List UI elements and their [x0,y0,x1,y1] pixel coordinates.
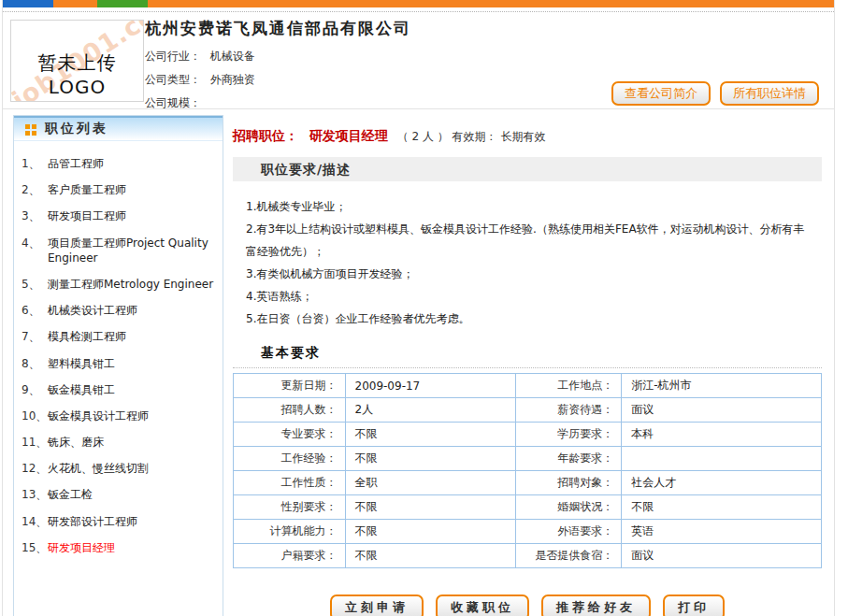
item-number: 7、 [22,329,48,344]
item-label: 钣金模具钳工 [48,382,217,397]
field-label: 计算机能力： [234,520,346,544]
item-label: 项目质量工程师Project Quality Engineer [48,236,217,265]
validity-label: 有效期： [453,130,497,143]
field-label: 专业要求： [234,423,346,447]
sidebar-item-3[interactable]: 3、研发项目工程师 [20,203,219,229]
field-value: 不限 [345,520,515,544]
company-logo-placeholder: job1001.com 暂未上传LOGO [10,20,144,102]
field-label: 工作地点： [515,374,621,398]
view-company-profile-button[interactable]: 查看公司简介 [611,81,711,106]
sidebar-item-13[interactable]: 13、钣金工检 [20,481,219,508]
item-label: 品管工程师 [48,156,217,171]
header-buttons: 查看公司简介 所有职位详情 [611,81,819,106]
top-color-bar [3,0,834,7]
page: job1001.com 暂未上传LOGO 杭州安费诺飞凤通信部品有限公司 公司行… [2,0,835,616]
requirements-section-title: 职位要求/描述 [233,157,822,181]
item-number: 4、 [22,236,48,265]
sidebar-item-8[interactable]: 8、塑料模具钳工 [20,351,219,377]
item-label: 客户质量工程师 [48,182,217,197]
field-value: 2人 [345,398,515,423]
sidebar-item-12[interactable]: 12、火花机、慢丝线切割 [20,455,219,481]
field-label: 是否提供食宿： [515,544,621,568]
print-button[interactable]: 打印 [663,595,725,616]
job-label: 招聘职位： [233,128,298,143]
industry-value: 机械设备 [210,50,255,63]
sidebar-item-2[interactable]: 2、客户质量工程师 [20,177,219,203]
description-line: 1.机械类专业毕业； [246,195,812,218]
sidebar-item-11[interactable]: 11、铣床、磨床 [20,429,219,455]
type-label: 公司类型： [145,73,201,86]
item-number: 12、 [22,461,48,476]
field-value [622,447,822,471]
item-number: 6、 [22,303,48,318]
field-label: 婚姻状况： [515,495,621,520]
description-line: 4.英语熟练； [246,285,812,308]
job-list: 1、品管工程师 2、客户质量工程师 3、研发项目工程师 4、项目质量工程师Pro… [14,141,223,561]
job-detail-main: 招聘职位： 研发项目经理 （ 2 人 ） 有效期： 长期有效 职位要求/描述 1… [233,115,822,616]
item-number: 11、 [22,435,48,450]
sidebar-item-5[interactable]: 5、测量工程师Metrology Engineer [20,271,219,297]
save-job-button[interactable]: 收藏职位 [436,595,529,616]
sidebar-title: 职位列表 [45,121,108,137]
recommend-to-friend-button[interactable]: 推荐给好友 [541,595,651,616]
field-value: 社会人才 [622,471,822,495]
item-label: 研发项目经理 [48,540,217,555]
field-value: 面议 [622,398,822,423]
sidebar-item-7[interactable]: 7、模具检测工程师 [20,323,219,350]
job-title: 研发项目经理 [309,128,388,143]
sidebar-item-1[interactable]: 1、品管工程师 [20,150,219,177]
topbar-segment-orange2 [148,0,834,7]
sidebar-item-14[interactable]: 14、研发部设计工程师 [20,509,219,535]
item-label: 钣金工检 [48,487,217,502]
table-row: 招聘人数： 2人 薪资待遇： 面议 [234,398,822,423]
company-name: 杭州安费诺飞凤通信部品有限公司 [145,18,834,39]
sidebar-item-15-active[interactable]: 15、研发项目经理 [20,535,219,561]
type-value: 外商独资 [210,73,255,86]
item-label: 机械类设计工程师 [48,303,217,318]
job-list-sidebar: 职位列表 1、品管工程师 2、客户质量工程师 3、研发项目工程师 4、项目质量工… [13,115,223,616]
item-label: 研发项目工程师 [48,208,217,223]
field-label: 更新日期： [234,374,346,398]
job-description: 1.机械类专业毕业； 2.有3年以上结构设计或塑料模具、钣金模具设计工作经验.（… [233,181,822,337]
field-value: 不限 [345,423,515,447]
item-label: 研发部设计工程师 [48,514,217,529]
item-label: 火花机、慢丝线切割 [48,461,217,476]
field-label: 薪资待遇： [515,398,621,423]
field-value: 不限 [345,544,515,568]
table-row: 计算机能力： 不限 外语要求： 英语 [234,520,822,544]
apply-now-button[interactable]: 立刻申请 [330,595,424,616]
field-value: 英语 [622,520,822,544]
table-row: 性别要求： 不限 婚姻状况： 不限 [234,495,822,520]
sidebar-item-9[interactable]: 9、钣金模具钳工 [20,377,219,403]
item-label: 测量工程师Metrology Engineer [48,277,217,292]
field-value: 2009-09-17 [345,374,515,398]
field-label: 户籍要求： [234,544,346,568]
job-headcount: （ 2 人 ） [397,130,449,143]
item-label: 铣床、磨床 [48,435,217,450]
description-line: 5.在日资（台资）企业工作经验者优先考虑。 [246,308,812,330]
field-value: 全职 [345,471,515,495]
item-number: 5、 [22,277,48,292]
table-row: 工作性质： 全职 招聘对象： 社会人才 [234,471,822,495]
sidebar-item-10[interactable]: 10、钣金模具设计工程师 [20,403,219,429]
sidebar-header: 职位列表 [14,116,223,141]
item-number: 1、 [22,156,48,171]
topbar-segment-blue [3,0,53,7]
field-label: 性别要求： [234,495,346,520]
validity-value: 长期有效 [500,130,545,143]
field-value: 不限 [345,495,515,520]
basic-requirements-table: 更新日期： 2009-09-17 工作地点： 浙江-杭州市 招聘人数： 2人 薪… [233,373,822,568]
all-jobs-detail-button[interactable]: 所有职位详情 [720,81,819,106]
item-number: 10、 [22,408,48,423]
item-number: 8、 [22,356,48,371]
item-label: 塑料模具钳工 [48,356,217,371]
company-header: job1001.com 暂未上传LOGO 杭州安费诺飞凤通信部品有限公司 公司行… [3,12,834,109]
sidebar-item-6[interactable]: 6、机械类设计工程师 [20,297,219,323]
item-label: 模具检测工程师 [48,329,217,344]
grid-icon [25,124,30,129]
item-label: 钣金模具设计工程师 [48,408,217,423]
table-row: 专业要求： 不限 学历要求： 本科 [234,423,822,447]
field-value: 本科 [622,423,822,447]
sidebar-item-4[interactable]: 4、项目质量工程师Project Quality Engineer [20,230,219,271]
field-value: 不限 [345,447,515,471]
